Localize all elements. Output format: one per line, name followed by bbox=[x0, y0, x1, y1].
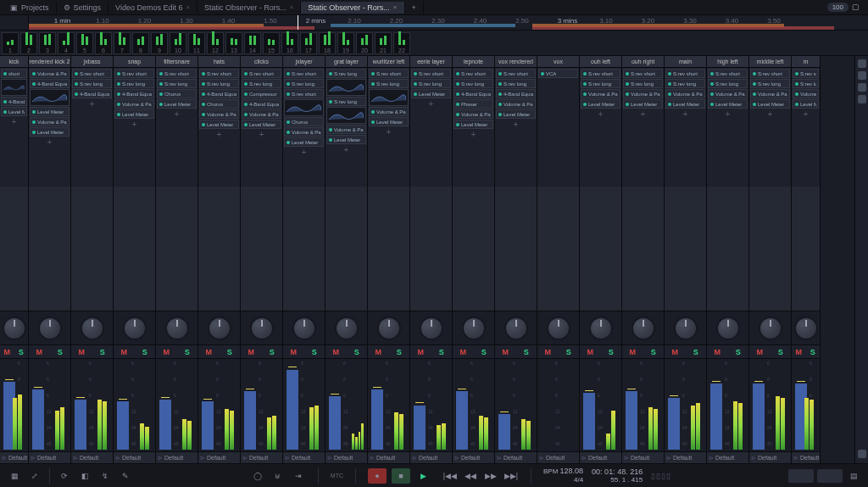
mute-button[interactable]: M bbox=[792, 345, 806, 358]
insert-slot[interactable]: Volume & Pan Plugin bbox=[326, 125, 366, 134]
solo-button[interactable]: S bbox=[806, 345, 821, 358]
insert-slot[interactable] bbox=[1, 79, 27, 96]
insert-slot[interactable]: Chorus bbox=[157, 89, 197, 98]
side-icon[interactable] bbox=[858, 83, 866, 92]
insert-slot[interactable]: Level Meter bbox=[199, 120, 239, 129]
preset-selector[interactable]: ⊳Default bbox=[665, 451, 706, 463]
magnet-icon[interactable]: ⊎ bbox=[270, 468, 286, 484]
solo-button[interactable]: S bbox=[220, 345, 241, 358]
close-icon[interactable]: × bbox=[393, 3, 398, 11]
insert-slot[interactable]: S:rev long bbox=[242, 79, 281, 88]
insert-slot[interactable]: Level Meter bbox=[1, 107, 27, 116]
insert-slot[interactable]: Volume & Pan Plugin bbox=[453, 109, 493, 119]
pan-knob[interactable] bbox=[420, 316, 443, 340]
solo-button[interactable]: S bbox=[516, 345, 537, 358]
timesig-value[interactable]: 4/4 bbox=[543, 476, 583, 484]
insert-slot[interactable]: S:rev long bbox=[284, 79, 324, 88]
add-insert-button[interactable]: + bbox=[114, 120, 154, 129]
channel-name[interactable]: grat layer bbox=[326, 56, 367, 68]
preset-selector[interactable]: ⊳Default bbox=[114, 451, 155, 463]
tab[interactable]: Static Observer - Rors...× bbox=[198, 2, 301, 14]
mute-button[interactable]: M bbox=[665, 345, 686, 358]
solo-button[interactable]: S bbox=[92, 345, 114, 358]
channel-name[interactable]: ouh right bbox=[622, 56, 664, 68]
punch-icon[interactable]: ⇥ bbox=[291, 468, 306, 484]
master-slot[interactable]: 1 bbox=[2, 32, 19, 54]
insert-slot[interactable]: 4-Band Equaliser bbox=[72, 89, 112, 98]
insert-slot[interactable]: S:rev short bbox=[750, 69, 790, 78]
channel-name[interactable]: jxlayer bbox=[283, 56, 325, 68]
insert-slot[interactable]: Chorus bbox=[284, 117, 324, 126]
channel-name[interactable]: snap bbox=[114, 56, 155, 68]
master-slot[interactable]: 10 bbox=[170, 32, 186, 54]
add-insert-button[interactable]: + bbox=[411, 99, 451, 109]
add-insert-button[interactable]: + bbox=[708, 109, 748, 119]
pan-knob[interactable] bbox=[335, 316, 359, 340]
preset-selector[interactable]: ⊳Default bbox=[71, 451, 113, 463]
preset-selector[interactable]: ⊳Default bbox=[198, 451, 240, 463]
insert-slot[interactable]: Volume & Pan Plugin bbox=[623, 89, 663, 98]
cpu-icon[interactable]: ▤ bbox=[846, 468, 861, 484]
insert-slot[interactable]: 4-Band Equaliser bbox=[453, 89, 493, 98]
mute-button[interactable]: M bbox=[749, 345, 771, 358]
insert-slot[interactable]: 4-Band Equaliser bbox=[114, 89, 154, 98]
rewind-start-button[interactable]: |◀◀ bbox=[442, 468, 458, 484]
insert-slot[interactable]: S:rev long bbox=[72, 79, 112, 88]
master-slot[interactable]: 6 bbox=[95, 32, 112, 54]
insert-slot[interactable]: Level Meter bbox=[30, 107, 70, 116]
insert-slot[interactable]: S:rev short bbox=[242, 69, 281, 78]
channel-name[interactable]: rendered kick 2 bbox=[29, 56, 70, 68]
add-insert-button[interactable]: + bbox=[496, 120, 536, 129]
solo-button[interactable]: S bbox=[686, 345, 707, 358]
insert-slot[interactable]: S:rev short bbox=[157, 69, 197, 78]
insert-slot[interactable]: S:rev long bbox=[369, 79, 409, 88]
fader[interactable]: 606122440 bbox=[707, 358, 748, 451]
output-meter[interactable] bbox=[817, 469, 843, 483]
close-icon[interactable]: × bbox=[186, 3, 190, 11]
insert-slot[interactable]: Volume & Pan Plugin bbox=[581, 89, 620, 98]
channel-name[interactable]: filtersnare bbox=[156, 56, 198, 68]
insert-slot[interactable]: Volume & Pan Plugin bbox=[496, 99, 536, 109]
preset-selector[interactable]: ⊳Default bbox=[29, 451, 70, 463]
insert-slot[interactable]: S:rev long bbox=[411, 79, 451, 88]
insert-slot[interactable]: Chorus bbox=[199, 99, 239, 109]
channel-name[interactable]: lepnote bbox=[453, 56, 494, 68]
insert-slot[interactable]: Level Meter bbox=[708, 99, 748, 109]
insert-slot[interactable]: Level Meter bbox=[284, 137, 324, 147]
channel-name[interactable]: kick bbox=[0, 56, 28, 68]
tab[interactable]: Static Observer - Rors...× bbox=[301, 2, 404, 14]
fader[interactable]: 606122440 bbox=[71, 358, 113, 451]
add-insert-button[interactable]: + bbox=[369, 127, 409, 137]
fullscreen-icon[interactable]: ▢ bbox=[852, 3, 860, 12]
solo-button[interactable]: S bbox=[135, 345, 156, 358]
insert-slot[interactable]: Volume & Pan Plugin bbox=[114, 99, 154, 109]
channel-name[interactable]: eerie layer bbox=[410, 56, 452, 68]
pan-knob[interactable] bbox=[377, 316, 401, 340]
insert-slot[interactable]: Level Meter bbox=[30, 127, 70, 137]
insert-slot[interactable]: S:rev long bbox=[750, 79, 790, 88]
mute-button[interactable]: M bbox=[453, 345, 474, 358]
add-insert-button[interactable]: + bbox=[242, 130, 281, 139]
solo-button[interactable]: S bbox=[431, 345, 453, 358]
preset-selector[interactable]: ⊳Default bbox=[495, 451, 537, 463]
mute-button[interactable]: M bbox=[707, 345, 728, 358]
add-insert-button[interactable]: + bbox=[623, 109, 663, 119]
insert-slot[interactable]: short bbox=[1, 69, 27, 78]
mute-button[interactable]: M bbox=[368, 345, 389, 358]
timeline-ruler[interactable]: 1 min1.101.201.301.401.502 mins2.102.202… bbox=[0, 15, 868, 31]
fader[interactable]: 606122440 bbox=[156, 358, 198, 451]
time-value[interactable]: 00: 01: 48. 216 bbox=[592, 467, 643, 476]
channel-name[interactable]: hats bbox=[198, 56, 240, 68]
grid-icon[interactable]: ▦ bbox=[7, 468, 22, 484]
fader[interactable]: 606122440 bbox=[622, 358, 664, 451]
fader[interactable]: 606122440 bbox=[792, 358, 820, 451]
insert-slot[interactable]: 4-Band Equaliser bbox=[1, 97, 27, 106]
pan-knob[interactable] bbox=[589, 316, 613, 340]
pan-knob[interactable] bbox=[3, 316, 26, 340]
mute-button[interactable]: M bbox=[114, 345, 135, 358]
forward-end-button[interactable]: ▶▶| bbox=[504, 468, 519, 484]
insert-slot[interactable]: 4-Band Equaliser bbox=[496, 89, 536, 98]
tab[interactable]: + bbox=[405, 2, 424, 14]
solo-button[interactable]: S bbox=[643, 345, 665, 358]
pan-knob[interactable] bbox=[504, 316, 528, 340]
